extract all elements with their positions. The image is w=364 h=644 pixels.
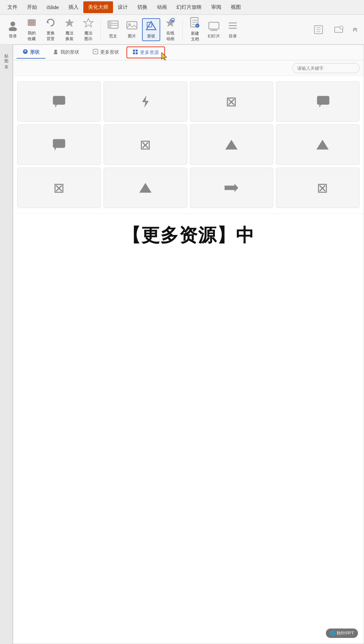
menu-item-animate[interactable]: 动画 [152,1,172,13]
weibo-icon: 🌐 [330,631,335,636]
extra-icon-1[interactable] [310,24,327,36]
svg-marker-55 [316,140,329,149]
broken-icon-2: ⊠ [140,137,151,152]
my-shapes-tab-icon [53,49,58,55]
menu-item-design[interactable]: 设计 [113,1,133,13]
tab-more-shapes[interactable]: 更多形状 [87,46,125,59]
login-label: 登录 [9,33,17,39]
online-anim-icon: ▶ [165,17,176,30]
svg-rect-42 [133,50,135,52]
more-resources-tab-icon [133,49,138,56]
svg-text:+: + [196,24,198,28]
arrow-icon [224,182,239,194]
svg-marker-56 [139,183,151,193]
svg-rect-50 [317,96,330,105]
shape-cell-chat2[interactable] [17,124,101,165]
template-label: 范文 [109,33,117,39]
shape-cell-triangle1[interactable] [190,124,274,165]
menu-item-slideshow[interactable]: 幻灯片放映 [172,1,206,13]
shape-cell-broken4[interactable]: ⊠ [276,168,360,208]
svg-rect-45 [136,52,138,54]
menu-item-islide[interactable]: iSlide [42,2,64,13]
shapes-tab-label: 形状 [30,49,39,55]
shape-cell-broken2[interactable]: ⊠ [104,124,187,165]
search-bar [292,63,360,73]
new-doc-label: 新建文档 [191,31,199,42]
magic-show-button[interactable]: 魔法图示 [80,16,97,43]
left-edge-item-3[interactable]: 库 [2,59,10,64]
menu-item-switch[interactable]: 切换 [133,1,152,13]
slide-button[interactable]: 幻灯片 [205,19,223,40]
more-shapes-tab-icon [93,49,98,55]
menu-item-review[interactable]: 审阅 [206,1,226,13]
svg-point-1 [9,27,17,31]
change-bg-icon [45,17,56,30]
user-icon [7,20,18,33]
svg-marker-57 [225,184,239,192]
separator-1 [101,20,101,40]
caption-text: 【更多资源】中 [122,225,255,245]
shape-cell-arrow1[interactable] [190,168,274,208]
svg-point-40 [54,52,58,54]
svg-rect-43 [136,50,138,52]
broken-icon-1: ⊠ [226,94,237,109]
menu-item-start[interactable]: 开始 [22,1,42,13]
caption-bar: 【更多资源】中 [13,213,364,257]
template-icon [107,20,119,33]
shape-label: 形状 [147,33,155,39]
separator-2 [183,20,183,40]
menu-bar: 文件 开始 iSlide 插入 美化大师 设计 切换 动画 幻灯片放映 审阅 视… [0,0,364,15]
svg-marker-46 [162,53,167,61]
menu-item-beautify[interactable]: 美化大师 [83,1,113,13]
toc-label: 目录 [229,33,237,39]
online-anim-button[interactable]: ▶ 在线动画 [162,16,179,43]
triangle-icon-1 [225,138,238,151]
magic-switch-button[interactable]: 魔法换装 [61,16,78,43]
main-area: 贴 图 库 形状 我的形状 更多形状 [0,45,364,644]
picture-label: 图片 [128,33,136,39]
tab-bar: 形状 我的形状 更多形状 [13,45,364,60]
template-button[interactable]: 范文 [104,19,122,40]
shape-button[interactable]: 形状 [142,18,160,41]
svg-rect-44 [133,52,135,54]
shapes-tab-icon [23,49,28,55]
toc-button[interactable]: 目录 [224,19,242,40]
left-edge-item-1[interactable]: 贴 [2,48,10,53]
menu-item-view[interactable]: 视图 [226,1,246,13]
tab-more-resources[interactable]: 更多资源 [127,47,165,58]
menu-item-file[interactable]: 文件 [3,1,22,13]
shape-cell-broken3[interactable]: ⊠ [17,168,101,208]
chat-partial-icon-1 [316,95,331,108]
svg-rect-10 [127,22,137,29]
tab-my-shapes[interactable]: 我的形状 [47,46,85,59]
more-shapes-tab-label: 更多形状 [100,49,119,55]
picture-button[interactable]: 图片 [123,19,141,40]
my-collection-button[interactable]: 我的收藏 [23,16,40,43]
broken-icon-3: ⊠ [53,180,65,196]
slide-icon [208,20,220,33]
shape-icon [145,20,157,33]
search-input[interactable] [292,63,360,73]
shape-cell-triangle-partial1[interactable] [276,124,360,165]
tab-shapes[interactable]: 形状 [17,46,46,59]
triangle-partial-icon-1 [316,138,329,151]
new-doc-button[interactable]: + 新建文档 [186,16,204,43]
login-button[interactable]: 登录 [4,19,22,40]
chat-icon-2 [52,138,66,151]
shape-cell-triangle2[interactable] [104,168,187,208]
left-edge-item-2[interactable]: 图 [2,53,10,59]
collection-label: 我的收藏 [28,30,36,42]
svg-marker-51 [319,105,321,108]
menu-item-insert[interactable]: 插入 [64,1,83,13]
new-doc-icon: + [190,17,200,30]
svg-point-36 [340,26,343,29]
extra-icon-2[interactable] [330,24,347,36]
shape-cell-chat1[interactable] [17,81,101,122]
change-bg-button[interactable]: 更换背景 [42,16,59,43]
shape-cell-bolt1[interactable] [104,81,187,122]
shape-cell-chat-partial1[interactable] [276,81,360,122]
broken-icon-4: ⊠ [317,180,328,196]
my-shapes-tab-label: 我的形状 [60,49,79,55]
shape-cell-broken1[interactable]: ⊠ [190,81,274,122]
weibo-label: 秋叶PPT [337,631,354,636]
